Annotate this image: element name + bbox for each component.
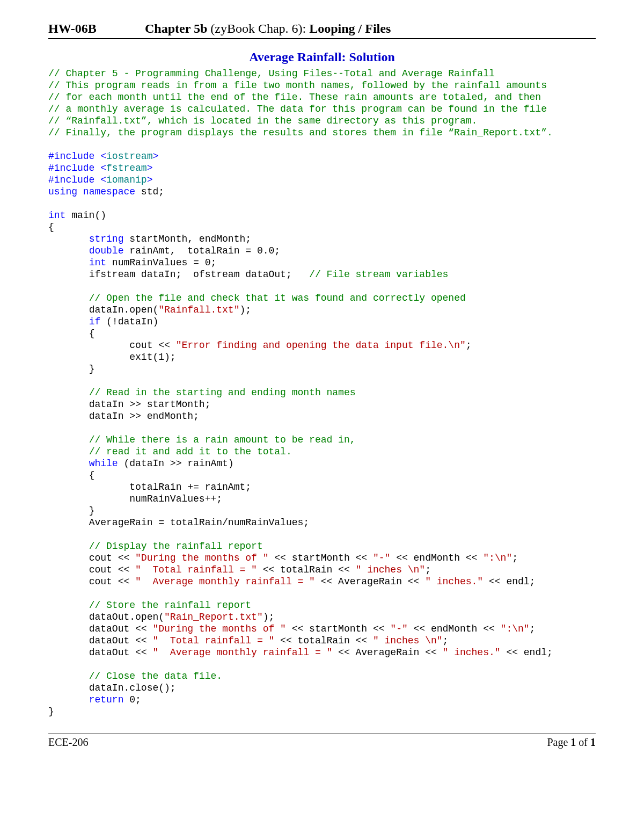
chapter-tail: Looping / Files — [309, 21, 391, 35]
comment-line: // for each month until the end of the f… — [48, 92, 541, 103]
page-header: HW-06B Chapter 5b (zyBook Chap. 6): Loop… — [48, 21, 596, 39]
code-block: // Chapter 5 - Programming Challenge, Us… — [48, 68, 596, 717]
comment-line: // “Rainfall.txt”, which is located in t… — [48, 115, 477, 126]
chapter-rest: (zyBook Chap. 6): — [207, 21, 309, 35]
comment-line: // This program reads in from a file two… — [48, 80, 547, 91]
keyword: int — [48, 210, 65, 221]
document-page: HW-06B Chapter 5b (zyBook Chap. 6): Loop… — [0, 0, 644, 834]
course-code: ECE-206 — [48, 736, 88, 749]
comment-line: // Chapter 5 - Programming Challenge, Us… — [48, 68, 495, 79]
page-number: Page 1 of 1 — [547, 736, 596, 749]
chapter-title: Chapter 5b (zyBook Chap. 6): Looping / F… — [145, 21, 391, 36]
chapter-bold: Chapter 5b — [145, 21, 207, 35]
keyword: using — [48, 186, 77, 197]
preproc: #include — [48, 151, 94, 162]
keyword: namespace — [83, 186, 135, 197]
comment-line: // Finally, the program displays the res… — [48, 127, 553, 138]
hw-label: HW-06B — [48, 21, 145, 36]
page-footer: ECE-206 Page 1 of 1 — [48, 734, 596, 749]
preproc: #include — [48, 175, 94, 185]
preproc: #include — [48, 163, 94, 173]
comment-line: // a monthly average is calculated. The … — [48, 104, 547, 114]
document-title: Average Rainfall: Solution — [48, 50, 596, 64]
